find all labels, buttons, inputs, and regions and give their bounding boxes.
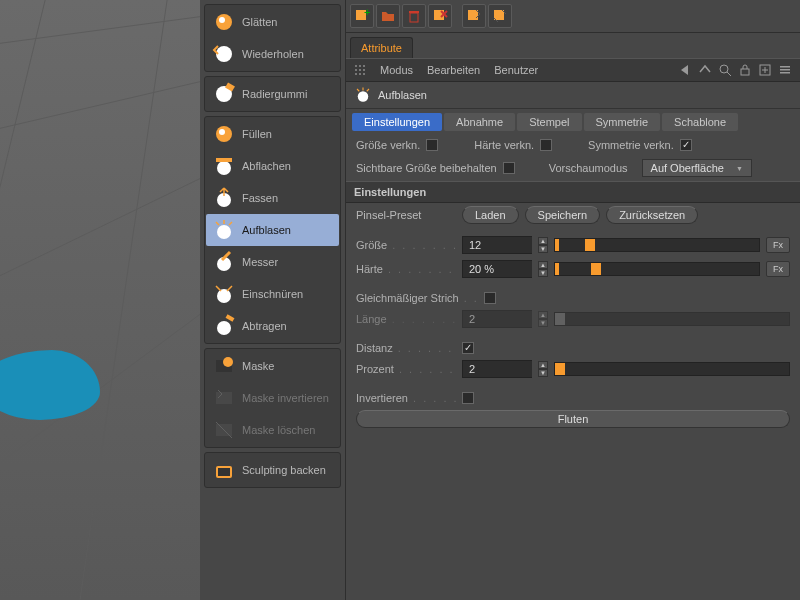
svg-rect-33 xyxy=(410,13,418,22)
svg-line-17 xyxy=(216,222,219,225)
haerte-spinner[interactable]: ▲▼ xyxy=(538,261,548,277)
nav-up-icon[interactable] xyxy=(698,63,712,77)
mask-clear-icon xyxy=(212,418,236,442)
tool-sculpting-backen[interactable]: Sculpting backen xyxy=(206,454,339,486)
tool-abtragen[interactable]: Abtragen xyxy=(206,310,339,342)
attribute-panel: + Attribute Modus Bearbeiten Benutzer Au… xyxy=(345,0,800,600)
tool-glaetten[interactable]: Glätten xyxy=(206,6,339,38)
tool-label: Glätten xyxy=(242,16,277,28)
prozent-input[interactable]: 2 xyxy=(462,360,532,378)
laenge-slider xyxy=(554,312,790,326)
tool-label: Maske xyxy=(242,360,274,372)
subtab-einstellungen[interactable]: Einstellungen xyxy=(352,113,442,131)
check-symmetrie-verkn[interactable]: Symmetrie verkn. xyxy=(588,139,692,151)
groesse-slider[interactable] xyxy=(554,238,760,252)
grab-icon xyxy=(212,186,236,210)
inflate-icon xyxy=(354,86,372,104)
layout-folder-icon[interactable] xyxy=(376,4,400,28)
tool-aufblasen[interactable]: Aufblasen xyxy=(206,214,339,246)
tool-maske-loeschen[interactable]: Maske löschen xyxy=(206,414,339,446)
tool-abflachen[interactable]: Abflachen xyxy=(206,150,339,182)
svg-line-5 xyxy=(80,0,170,600)
haerte-fx-button[interactable]: Fx xyxy=(766,261,790,277)
laenge-row: Länge 2 ▲▼ xyxy=(346,307,800,331)
vorschaumodus-dropdown[interactable]: Auf Oberfläche xyxy=(642,159,752,177)
subtab-symmetrie[interactable]: Symmetrie xyxy=(584,113,661,131)
haerte-slider[interactable] xyxy=(554,262,760,276)
tool-label: Aufblasen xyxy=(242,224,291,236)
panel-grip-icon[interactable] xyxy=(354,64,366,76)
subtab-stempel[interactable]: Stempel xyxy=(517,113,581,131)
viewport-3d[interactable] xyxy=(0,0,200,600)
menu-modus[interactable]: Modus xyxy=(380,64,413,76)
subtab-abnahme[interactable]: Abnahme xyxy=(444,113,515,131)
eraser-icon xyxy=(212,82,236,106)
haerte-input[interactable]: 20 % xyxy=(462,260,532,278)
preset-row: Pinsel-Preset Laden Speichern Zurücksetz… xyxy=(346,203,800,227)
tool-fassen[interactable]: Fassen xyxy=(206,182,339,214)
nav-back-icon[interactable] xyxy=(678,63,692,77)
svg-line-50 xyxy=(357,89,359,91)
svg-rect-42 xyxy=(741,69,749,75)
link-row-1: Größe verkn. Härte verkn. Symmetrie verk… xyxy=(346,135,800,155)
svg-line-51 xyxy=(367,89,369,91)
prozent-slider[interactable] xyxy=(554,362,790,376)
preset-save-button[interactable]: Speichern xyxy=(525,206,601,224)
tool-radiergummi[interactable]: Radiergummi xyxy=(206,78,339,110)
haerte-label: Härte xyxy=(356,263,456,275)
tool-einschnueren[interactable]: Einschnüren xyxy=(206,278,339,310)
groesse-spinner[interactable]: ▲▼ xyxy=(538,237,548,253)
tool-maske[interactable]: Maske xyxy=(206,350,339,382)
new-window-icon[interactable] xyxy=(758,63,772,77)
check-groesse-verkn[interactable]: Größe verkn. xyxy=(356,139,438,151)
menu-benutzer[interactable]: Benutzer xyxy=(494,64,538,76)
layout-add-icon[interactable]: + xyxy=(350,4,374,28)
check-sichtbare-groesse[interactable]: Sichtbare Größe beibehalten xyxy=(356,162,515,174)
mask-icon xyxy=(212,354,236,378)
preset-reset-button[interactable]: Zurücksetzen xyxy=(606,206,698,224)
svg-line-41 xyxy=(727,72,731,76)
svg-point-25 xyxy=(223,357,233,367)
menu-bearbeiten[interactable]: Bearbeiten xyxy=(427,64,480,76)
search-icon[interactable] xyxy=(718,63,732,77)
section-header: Einstellungen xyxy=(346,181,800,203)
prozent-row: Prozent 2 ▲▼ xyxy=(346,357,800,381)
tool-label: Abtragen xyxy=(242,320,287,332)
svg-rect-38 xyxy=(468,10,478,20)
tool-wiederholen[interactable]: Wiederholen xyxy=(206,38,339,70)
viewport-grid xyxy=(0,0,200,600)
menu-more-icon[interactable] xyxy=(778,63,792,77)
gleich-checkbox[interactable] xyxy=(484,292,496,304)
preset-label: Pinsel-Preset xyxy=(356,209,456,221)
link-row-2: Sichtbare Größe beibehalten Vorschaumodu… xyxy=(346,155,800,181)
prozent-label: Prozent xyxy=(356,363,456,375)
groesse-input[interactable]: 12 xyxy=(462,236,532,254)
tool-maske-invertieren[interactable]: Maske invertieren xyxy=(206,382,339,414)
svg-line-18 xyxy=(229,222,232,225)
tool-messer[interactable]: Messer xyxy=(206,246,339,278)
layout-remove-icon[interactable] xyxy=(428,4,452,28)
check-haerte-verkn[interactable]: Härte verkn. xyxy=(474,139,552,151)
svg-rect-23 xyxy=(226,314,235,321)
svg-point-40 xyxy=(720,65,728,73)
lock-icon[interactable] xyxy=(738,63,752,77)
prozent-spinner[interactable]: ▲▼ xyxy=(538,361,548,377)
tab-attribute[interactable]: Attribute xyxy=(350,37,413,58)
svg-rect-46 xyxy=(780,66,790,68)
svg-rect-47 xyxy=(780,69,790,71)
tool-header: Aufblasen xyxy=(346,82,800,109)
layout-btn-5[interactable] xyxy=(462,4,486,28)
fluten-button[interactable]: Fluten xyxy=(356,410,790,428)
layout-btn-6[interactable] xyxy=(488,4,512,28)
tool-fuellen[interactable]: Füllen xyxy=(206,118,339,150)
groesse-fx-button[interactable]: Fx xyxy=(766,237,790,253)
layout-delete-icon[interactable] xyxy=(402,4,426,28)
panel-tab-row: Attribute xyxy=(346,33,800,58)
preset-load-button[interactable]: Laden xyxy=(462,206,519,224)
distanz-checkbox[interactable] xyxy=(462,342,474,354)
tool-label: Fassen xyxy=(242,192,278,204)
invertieren-checkbox[interactable] xyxy=(462,392,474,404)
smooth-icon xyxy=(212,10,236,34)
fill-icon xyxy=(212,122,236,146)
subtab-schablone[interactable]: Schablone xyxy=(662,113,738,131)
